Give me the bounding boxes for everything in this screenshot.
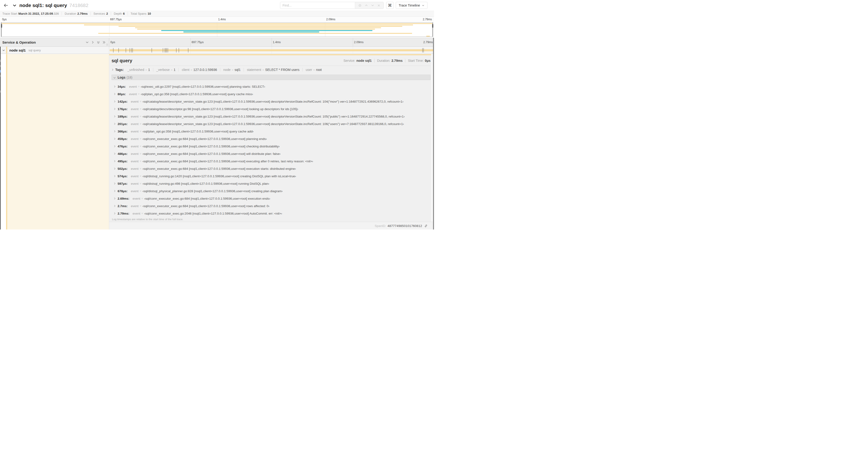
log-row[interactable]: 201μs: event = ‹sql/catalog/lease/descri… <box>112 120 431 128</box>
log-field-value: ‹sql/conn_executor_exec.go:2046 [nsql1,c… <box>144 212 282 215</box>
stat-value: 2 <box>106 12 108 15</box>
log-row[interactable]: 459μs: event = ‹sql/conn_executor_exec.g… <box>112 135 431 142</box>
log-event-marker[interactable] <box>176 48 177 53</box>
logs-accordion-header[interactable]: Logs (18) <box>112 75 431 80</box>
equals-sign: = <box>140 189 142 193</box>
chevron-right-icon <box>112 69 113 71</box>
chevron-right-icon <box>114 183 115 185</box>
log-row[interactable]: 189μs: event = ‹sql/catalog/lease/descri… <box>112 113 431 120</box>
log-event-marker[interactable] <box>126 48 126 53</box>
log-event-marker[interactable] <box>424 48 424 53</box>
time-tick-label: 0μs <box>2 18 7 21</box>
stat-label: Duration <box>65 12 76 15</box>
log-field-value: ‹sql/conn_executor_exec.go:684 [nsql1,cl… <box>143 160 313 163</box>
find-input[interactable] <box>280 2 355 9</box>
log-row[interactable]: 574μs: event = ‹sql/distsql_running.go:1… <box>112 172 431 180</box>
log-event-marker[interactable] <box>165 48 165 53</box>
tag-value: SELECT * FROM users <box>265 68 299 72</box>
log-event-marker[interactable] <box>113 48 114 53</box>
minimap-span-bar <box>161 30 372 31</box>
link-icon[interactable] <box>424 224 428 228</box>
log-row[interactable]: 80μs: event = ‹sql/plan_opt.go:358 [nsql… <box>112 90 431 98</box>
log-timestamp: 142μs: <box>118 100 128 103</box>
keyboard-shortcuts-button[interactable]: ⌘ <box>386 2 394 9</box>
minimap-canvas[interactable] <box>1 22 433 37</box>
span-duration-bar[interactable] <box>110 49 434 51</box>
equals-sign: = <box>140 174 142 178</box>
equals-sign: = <box>140 100 142 103</box>
tag-item[interactable]: _verbose = 1 <box>153 68 176 72</box>
equals-sign: = <box>140 137 142 140</box>
log-row[interactable]: 2.7ms: event = ‹sql/conn_executor_exec.g… <box>112 202 431 210</box>
log-row[interactable]: 142μs: event = ‹sql/catalog/lease/descri… <box>112 98 431 105</box>
meta-label: Start Time: <box>408 59 424 63</box>
time-tick-label: 1.4ms <box>218 18 226 21</box>
log-event-marker[interactable] <box>166 48 167 53</box>
tags-label: Tags: <box>115 68 124 72</box>
equals-sign: = <box>191 68 192 72</box>
log-event-marker[interactable] <box>422 48 423 53</box>
log-row[interactable]: 495μs: event = ‹sql/conn_executor_exec.g… <box>112 157 431 165</box>
tag-item[interactable]: node = sql1 <box>220 68 241 72</box>
tag-item[interactable]: client = 127.0.0.1:59936 <box>179 68 217 72</box>
log-event-marker[interactable] <box>179 48 179 53</box>
log-event-marker[interactable] <box>163 48 163 53</box>
collapse-all-icon[interactable] <box>97 41 100 44</box>
log-event-marker[interactable] <box>152 48 152 53</box>
tag-item[interactable]: _unfinished = 1 <box>127 68 150 72</box>
time-tick-label: 2.79ms <box>423 18 432 21</box>
view-select-button[interactable]: Trace Timeline <box>396 2 428 9</box>
log-event-marker[interactable] <box>132 48 133 53</box>
log-row[interactable]: 678μs: event = ‹sql/distsql_physical_pla… <box>112 187 431 195</box>
log-row[interactable]: 2.69ms: event = ‹sql/conn_executor_exec.… <box>112 195 431 202</box>
chevron-right-icon <box>114 116 115 117</box>
span-row[interactable]: node sql1 sql query <box>0 47 434 54</box>
log-row[interactable]: 597μs: event = ‹sql/distsql_running.go:4… <box>112 180 431 187</box>
right-scrollbar[interactable] <box>433 38 434 230</box>
log-row[interactable]: 34μs: event = ‹sql/exec_util.go:2297 [ns… <box>112 83 431 90</box>
scrollbar-notch <box>0 60 0 62</box>
chevron-right-icon <box>114 101 115 102</box>
trace-collapse-chevron-icon[interactable] <box>12 3 17 7</box>
equals-sign: = <box>232 68 233 72</box>
span-detail-header[interactable]: sql query Service: node sql1 Duration: 2… <box>112 57 431 64</box>
expand-all-icon[interactable] <box>102 41 106 44</box>
span-id-bar: SpanID: 4877749850101760812 <box>109 222 433 230</box>
tags-accordion[interactable]: Tags: _unfinished = 1 _verbose = 1 clien… <box>112 67 431 72</box>
span-meta-item: Duration: 2.79ms <box>374 59 403 63</box>
log-row[interactable]: 486μs: event = ‹sql/conn_executor_exec.g… <box>112 150 431 157</box>
log-row[interactable]: 366μs: event = ‹sql/plan_opt.go:358 [nsq… <box>112 128 431 135</box>
column-resizer-handle[interactable] <box>106 44 108 46</box>
time-gridline <box>272 38 272 46</box>
minimap-left-scrubber[interactable] <box>1 23 2 37</box>
log-row[interactable]: 476μs: event = ‹sql/conn_executor_exec.g… <box>112 142 431 150</box>
log-event-marker[interactable] <box>168 48 168 53</box>
collapse-one-icon[interactable] <box>85 41 89 44</box>
span-collapse-chevron-icon[interactable] <box>2 49 5 52</box>
log-row[interactable]: 502μs: event = ‹sql/conn_executor_exec.g… <box>112 165 431 172</box>
log-event-marker[interactable] <box>188 48 188 53</box>
log-row[interactable]: 176μs: event = ‹sql/catalog/descs/descri… <box>112 105 431 113</box>
minimap-right-scrubber[interactable] <box>432 23 433 37</box>
tag-item[interactable]: statement = SELECT * FROM users <box>244 68 299 72</box>
back-button[interactable] <box>2 1 10 9</box>
log-row[interactable]: 2.79ms: event = ‹sql/conn_executor_exec.… <box>112 210 431 217</box>
service-operation-header: Service & Operation <box>2 40 36 44</box>
find-prev-icon[interactable] <box>365 4 368 7</box>
minimap-span-bar <box>84 25 413 26</box>
tag-value: root <box>316 68 321 72</box>
meta-value: 0μs <box>425 59 431 63</box>
find-next-icon[interactable] <box>371 4 374 7</box>
tag-item[interactable]: user = root <box>302 68 321 72</box>
log-event-marker[interactable] <box>130 48 130 53</box>
clear-find-icon[interactable] <box>377 4 380 7</box>
locate-icon[interactable] <box>358 4 362 7</box>
equals-sign: = <box>140 204 142 207</box>
time-gridline <box>190 38 191 46</box>
scrollbar-notch <box>0 65 0 67</box>
equals-sign: = <box>138 92 140 96</box>
expand-one-icon[interactable] <box>91 41 94 44</box>
left-scrollbar[interactable] <box>0 47 1 230</box>
log-timestamp: 495μs: <box>118 160 128 163</box>
log-event-marker[interactable] <box>131 48 132 53</box>
